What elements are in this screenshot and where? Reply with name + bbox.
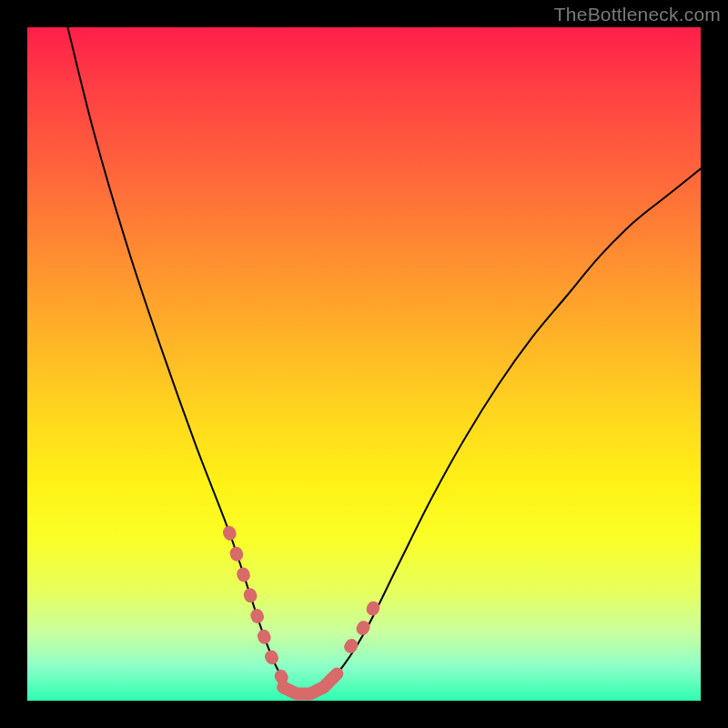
chart-frame: TheBottleneck.com bbox=[0, 0, 728, 728]
bottleneck-curve bbox=[67, 27, 701, 694]
highlight-segment-left bbox=[229, 532, 283, 681]
highlight-segment-right bbox=[350, 600, 378, 647]
curve-svg bbox=[27, 27, 701, 701]
watermark-text: TheBottleneck.com bbox=[554, 4, 721, 25]
plot-area bbox=[27, 27, 701, 701]
highlight-segment-bottom bbox=[283, 673, 337, 693]
